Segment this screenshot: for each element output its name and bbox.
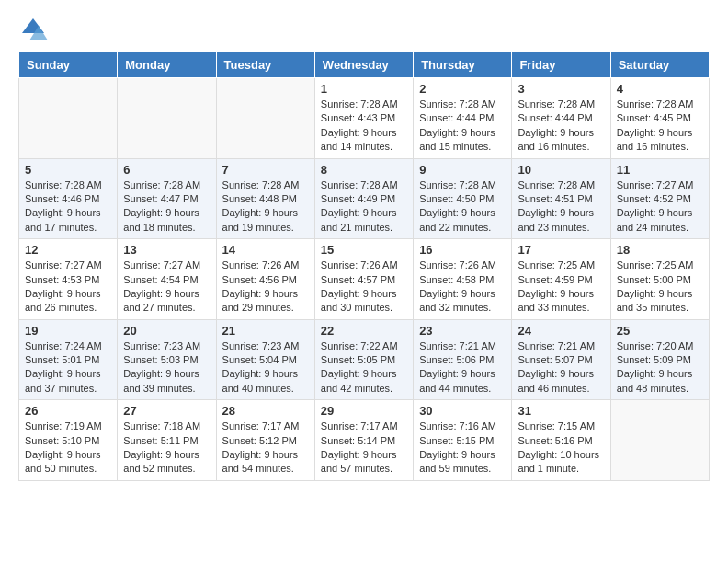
day-cell-28: 28Sunrise: 7:17 AMSunset: 5:12 PMDayligh…	[216, 400, 314, 481]
cell-line: Daylight: 9 hours	[222, 206, 309, 220]
day-number: 23	[419, 324, 506, 338]
day-cell-30: 30Sunrise: 7:16 AMSunset: 5:15 PMDayligh…	[414, 400, 512, 481]
cell-line: and 44 minutes.	[419, 382, 506, 396]
cell-line: Sunset: 4:51 PM	[518, 192, 604, 206]
cell-line: Sunset: 4:48 PM	[222, 192, 309, 206]
day-cell-7: 7Sunrise: 7:28 AMSunset: 4:48 PMDaylight…	[216, 158, 314, 239]
day-number: 22	[321, 324, 407, 338]
cell-line: Daylight: 9 hours	[617, 287, 703, 301]
cell-line: Sunrise: 7:25 AM	[518, 259, 604, 272]
cell-line: Sunset: 4:53 PM	[25, 273, 111, 287]
cell-line: Sunset: 5:07 PM	[518, 353, 604, 367]
day-number: 15	[321, 243, 407, 257]
day-header-friday: Friday	[512, 52, 610, 78]
cell-line: Daylight: 9 hours	[25, 448, 111, 462]
day-cell-8: 8Sunrise: 7:28 AMSunset: 4:49 PMDaylight…	[314, 158, 413, 239]
cell-line: Sunset: 5:06 PM	[419, 353, 506, 367]
empty-cell	[19, 78, 118, 159]
day-number: 24	[518, 324, 604, 338]
cell-line: and 24 minutes.	[617, 221, 703, 235]
day-cell-19: 19Sunrise: 7:24 AMSunset: 5:01 PMDayligh…	[19, 319, 118, 400]
cell-line: Sunset: 5:04 PM	[222, 353, 309, 367]
cell-line: and 22 minutes.	[419, 221, 506, 235]
cell-line: Daylight: 9 hours	[222, 367, 309, 381]
cell-line: Daylight: 9 hours	[321, 126, 407, 140]
day-cell-13: 13Sunrise: 7:27 AMSunset: 4:54 PMDayligh…	[118, 239, 216, 320]
cell-line: Daylight: 9 hours	[617, 126, 703, 140]
cell-line: Daylight: 9 hours	[25, 287, 111, 301]
cell-line: and 23 minutes.	[518, 221, 604, 235]
cell-line: Sunrise: 7:28 AM	[321, 178, 407, 192]
day-cell-1: 1Sunrise: 7:28 AMSunset: 4:43 PMDaylight…	[314, 78, 413, 159]
day-header-thursday: Thursday	[414, 52, 512, 78]
day-number: 12	[25, 243, 111, 257]
day-cell-5: 5Sunrise: 7:28 AMSunset: 4:46 PMDaylight…	[19, 158, 118, 239]
day-number: 26	[25, 404, 111, 418]
cell-line: Sunset: 5:05 PM	[321, 353, 407, 367]
day-number: 20	[123, 324, 210, 338]
cell-line: Sunset: 4:47 PM	[123, 192, 210, 206]
day-cell-17: 17Sunrise: 7:25 AMSunset: 4:59 PMDayligh…	[512, 239, 610, 320]
cell-line: Daylight: 9 hours	[518, 367, 604, 381]
day-number: 1	[321, 82, 407, 96]
cell-line: and 19 minutes.	[222, 221, 309, 235]
cell-line: and 35 minutes.	[617, 301, 703, 315]
cell-line: Sunrise: 7:19 AM	[25, 419, 111, 433]
cell-line: and 50 minutes.	[25, 462, 111, 476]
day-cell-18: 18Sunrise: 7:25 AMSunset: 5:00 PMDayligh…	[610, 239, 709, 320]
calendar-week-2: 5Sunrise: 7:28 AMSunset: 4:46 PMDaylight…	[19, 158, 710, 239]
cell-line: and 26 minutes.	[25, 301, 111, 315]
cell-line: and 46 minutes.	[518, 382, 604, 396]
cell-line: and 33 minutes.	[518, 301, 604, 315]
logo-icon	[18, 15, 48, 44]
cell-line: Daylight: 9 hours	[25, 367, 111, 381]
day-header-saturday: Saturday	[610, 52, 709, 78]
day-cell-26: 26Sunrise: 7:19 AMSunset: 5:10 PMDayligh…	[19, 400, 118, 481]
day-header-wednesday: Wednesday	[314, 52, 413, 78]
cell-line: and 18 minutes.	[123, 221, 210, 235]
cell-line: Sunrise: 7:15 AM	[518, 419, 604, 433]
cell-line: Sunset: 4:44 PM	[518, 111, 604, 125]
day-header-sunday: Sunday	[19, 52, 118, 78]
cell-line: and 59 minutes.	[419, 462, 506, 476]
day-cell-6: 6Sunrise: 7:28 AMSunset: 4:47 PMDaylight…	[118, 158, 216, 239]
day-number: 25	[617, 324, 703, 338]
day-number: 4	[617, 82, 703, 96]
cell-line: and 27 minutes.	[123, 301, 210, 315]
cell-line: Daylight: 9 hours	[419, 367, 506, 381]
cell-line: Sunrise: 7:16 AM	[419, 419, 506, 433]
cell-line: Daylight: 9 hours	[518, 287, 604, 301]
cell-line: and 32 minutes.	[419, 301, 506, 315]
cell-line: Sunset: 4:50 PM	[419, 192, 506, 206]
day-cell-4: 4Sunrise: 7:28 AMSunset: 4:45 PMDaylight…	[610, 78, 709, 159]
cell-line: and 14 minutes.	[321, 140, 407, 154]
cell-line: Sunrise: 7:26 AM	[321, 259, 407, 272]
cell-line: Sunset: 4:58 PM	[419, 273, 506, 287]
cell-line: Daylight: 9 hours	[123, 448, 210, 462]
cell-line: and 16 minutes.	[617, 140, 703, 154]
cell-line: Sunrise: 7:27 AM	[123, 259, 210, 272]
day-number: 9	[419, 163, 506, 177]
cell-line: Daylight: 9 hours	[123, 287, 210, 301]
day-cell-12: 12Sunrise: 7:27 AMSunset: 4:53 PMDayligh…	[19, 239, 118, 320]
cell-line: Sunset: 4:49 PM	[321, 192, 407, 206]
day-cell-20: 20Sunrise: 7:23 AMSunset: 5:03 PMDayligh…	[118, 319, 216, 400]
day-cell-11: 11Sunrise: 7:27 AMSunset: 4:52 PMDayligh…	[610, 158, 709, 239]
day-cell-15: 15Sunrise: 7:26 AMSunset: 4:57 PMDayligh…	[314, 239, 413, 320]
day-cell-27: 27Sunrise: 7:18 AMSunset: 5:11 PMDayligh…	[118, 400, 216, 481]
day-number: 27	[123, 404, 210, 418]
day-cell-23: 23Sunrise: 7:21 AMSunset: 5:06 PMDayligh…	[414, 319, 512, 400]
cell-line: and 39 minutes.	[123, 382, 210, 396]
cell-line: Daylight: 9 hours	[321, 206, 407, 220]
day-cell-16: 16Sunrise: 7:26 AMSunset: 4:58 PMDayligh…	[414, 239, 512, 320]
day-number: 7	[222, 163, 309, 177]
cell-line: Sunset: 5:12 PM	[222, 434, 309, 448]
day-number: 8	[321, 163, 407, 177]
calendar-week-4: 19Sunrise: 7:24 AMSunset: 5:01 PMDayligh…	[19, 319, 710, 400]
empty-cell	[118, 78, 216, 159]
cell-line: Sunset: 5:10 PM	[25, 434, 111, 448]
calendar-container: SundayMondayTuesdayWednesdayThursdayFrid…	[0, 52, 728, 490]
day-number: 2	[419, 82, 506, 96]
cell-line: Sunset: 4:46 PM	[25, 192, 111, 206]
day-cell-14: 14Sunrise: 7:26 AMSunset: 4:56 PMDayligh…	[216, 239, 314, 320]
